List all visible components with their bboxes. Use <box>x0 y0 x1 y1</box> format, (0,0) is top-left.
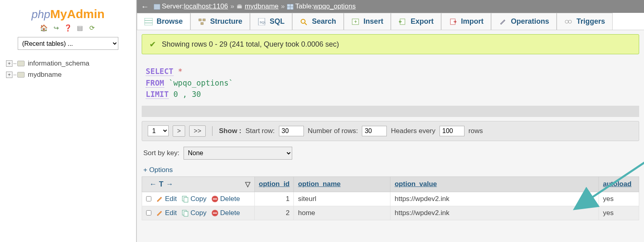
edit-button[interactable]: Edit <box>156 209 177 217</box>
recent-tables-select[interactable]: (Recent tables) ... <box>18 37 118 50</box>
svg-rect-0 <box>154 4 160 10</box>
num-rows-input[interactable] <box>362 126 387 136</box>
num-rows-label: Number of rows: <box>308 127 358 135</box>
sort-by-key: Sort by key: None <box>142 147 639 160</box>
svg-rect-9 <box>199 19 201 21</box>
breadcrumb-table-label: Table: <box>295 2 313 10</box>
db-tree-item[interactable]: + information_schema <box>6 58 136 69</box>
next-page-button[interactable]: > <box>173 125 185 137</box>
headers-every-label: Headers every <box>391 127 436 135</box>
sort-caret-icon[interactable]: ▽ <box>245 180 250 189</box>
cell-option-value: https://wpdev2.ink <box>390 206 599 220</box>
svg-text:SQL: SQL <box>260 21 266 24</box>
row-checkbox[interactable] <box>146 196 151 201</box>
column-header-option-name[interactable]: option_name <box>294 176 390 192</box>
structure-icon <box>198 18 206 25</box>
copy-icon <box>182 195 189 203</box>
separator-icon: » <box>281 2 285 10</box>
browse-icon <box>144 18 153 25</box>
db-tree-item[interactable]: + mydbname <box>6 69 136 80</box>
logout-icon[interactable]: ↪ <box>52 24 60 32</box>
delete-button[interactable]: Delete <box>211 195 240 203</box>
sort-key-select[interactable]: None <box>184 147 292 160</box>
options-link[interactable]: + Options <box>142 166 639 174</box>
sort-label: Sort by key: <box>143 149 180 157</box>
table-row: Edit Copy Delete 1 siteurl https://wpdev… <box>142 192 639 206</box>
sql-query: SELECT * FROM `wpqo_options` LIMIT 0 , 3… <box>142 58 639 104</box>
svg-rect-2 <box>237 6 242 8</box>
column-header-option-id[interactable]: option_id <box>255 176 294 192</box>
sql-toolbar <box>142 106 639 117</box>
help-icon[interactable]: ❓ <box>64 24 72 32</box>
triggers-icon <box>564 18 572 25</box>
server-icon <box>154 4 160 9</box>
database-name: information_schema <box>28 59 89 68</box>
pencil-icon <box>156 209 163 217</box>
svg-rect-27 <box>184 211 188 216</box>
tab-triggers[interactable]: Triggers <box>557 13 613 30</box>
cell-autoload: yes <box>599 206 639 220</box>
column-header-autoload[interactable]: autoload <box>599 176 639 192</box>
refresh-icon[interactable]: ⟳ <box>88 24 96 32</box>
copy-button[interactable]: Copy <box>182 209 206 217</box>
pencil-icon <box>156 195 163 203</box>
svg-rect-10 <box>203 19 205 21</box>
cell-autoload: yes <box>599 192 639 206</box>
svg-point-20 <box>565 20 568 23</box>
copy-button[interactable]: Copy <box>182 195 206 203</box>
column-header-option-value[interactable]: option_value <box>390 176 599 192</box>
cell-option-id: 2 <box>255 206 294 220</box>
database-tree: + information_schema + mydbname <box>0 58 136 80</box>
show-label: Show : <box>219 127 242 135</box>
sort-arrows[interactable]: ←T→ <box>146 178 179 190</box>
delete-icon <box>211 209 219 217</box>
tab-operations[interactable]: Operations <box>491 13 557 30</box>
tabs: Browse Structure SQLSQL Search +Insert E… <box>137 13 644 30</box>
delete-button[interactable]: Delete <box>211 209 240 217</box>
breadcrumb-server-label: Server: <box>162 2 184 10</box>
tab-insert[interactable]: +Insert <box>344 13 391 30</box>
operations-icon <box>499 18 507 25</box>
expand-icon[interactable]: + <box>6 72 12 78</box>
database-name: mydbname <box>28 71 62 79</box>
success-message: ✔ Showing rows 0 - 29 (241 total, Query … <box>142 34 639 54</box>
sidebar: phpMyAdmin 🏠 ↪ ❓ ▤ ⟳ (Recent tables) ...… <box>0 0 137 242</box>
tab-import[interactable]: Import <box>441 13 491 30</box>
last-page-button[interactable]: >> <box>189 125 206 137</box>
search-icon <box>300 18 308 25</box>
tab-sql[interactable]: SQLSQL <box>250 13 292 30</box>
svg-rect-25 <box>213 199 217 199</box>
tab-export[interactable]: Export <box>391 13 441 30</box>
svg-rect-23 <box>184 197 188 202</box>
start-row-input[interactable] <box>279 126 304 136</box>
database-icon <box>17 72 25 78</box>
logo[interactable]: phpMyAdmin <box>0 7 136 21</box>
database-icon <box>17 61 25 66</box>
tab-browse[interactable]: Browse <box>137 13 190 30</box>
headers-every-input[interactable] <box>440 126 464 136</box>
svg-point-21 <box>568 20 572 23</box>
svg-rect-11 <box>201 23 203 25</box>
back-icon[interactable]: ← <box>141 2 149 11</box>
export-icon <box>398 18 407 25</box>
expand-icon[interactable]: + <box>6 60 12 67</box>
nav-icons: 🏠 ↪ ❓ ▤ ⟳ <box>0 24 136 32</box>
pagination-bar: 1 > >> Show : Start row: Number of rows:… <box>142 121 639 141</box>
breadcrumb-table[interactable]: wpqo_options <box>314 2 356 10</box>
breadcrumb-server[interactable]: localhost:1106 <box>184 2 228 10</box>
edit-button[interactable]: Edit <box>156 195 177 203</box>
row-checkbox[interactable] <box>146 210 151 215</box>
tab-search[interactable]: Search <box>292 13 344 30</box>
rows-suffix: rows <box>469 127 483 135</box>
table-icon <box>287 4 293 9</box>
tab-structure[interactable]: Structure <box>190 13 250 30</box>
database-icon <box>237 4 243 9</box>
home-icon[interactable]: 🏠 <box>40 24 48 32</box>
sql-icon[interactable]: ▤ <box>76 24 84 32</box>
breadcrumb-database[interactable]: mydbname <box>245 2 279 10</box>
copy-icon <box>182 209 189 217</box>
svg-rect-6 <box>144 18 153 25</box>
logo-my: My <box>50 7 67 21</box>
page-select[interactable]: 1 <box>148 125 169 136</box>
cell-option-id: 1 <box>255 192 294 206</box>
